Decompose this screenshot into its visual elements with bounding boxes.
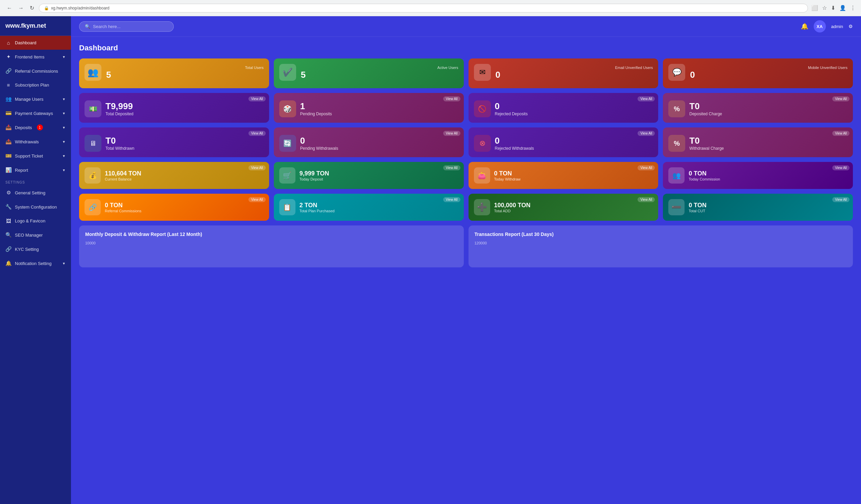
total-plan-value: 2 TON [300,202,459,209]
sidebar-item-deposits[interactable]: 📥 Deposits 1 ▼ [0,120,71,135]
active-users-value: 5 [301,70,459,80]
total-deposited-card: View All 💵 T9,999 Total Deposited [79,93,269,123]
reload-button[interactable]: ↻ [28,3,36,13]
total-users-icon: 👥 [84,64,101,81]
sidebar-item-logo-favicon[interactable]: 🖼 Logo & Favicon [0,214,71,228]
sidebar-item-general-setting[interactable]: ⚙ General Setting [0,186,71,200]
referral-icon: 🔗 [5,68,12,74]
transactions-report-title: Transactions Report (Last 30 Days) [475,232,847,237]
total-plan-view-all[interactable]: View All [443,197,461,202]
forward-button[interactable]: → [17,4,25,13]
total-users-top-label: Total Users [106,65,264,70]
today-withdraw-view-all[interactable]: View All [638,165,655,171]
total-add-card: ➕ 100,000 TON Total ADD View All [468,194,658,221]
rejected-deposits-icon: 🚫 [474,100,491,117]
rejected-deposits-label: Rejected Deposits [495,111,528,116]
settings-cog-icon[interactable]: ⚙ [848,24,853,29]
back-button[interactable]: ← [5,4,14,13]
today-commission-icon: 👥 [668,167,685,183]
menu-icon[interactable]: ⋮ [850,5,856,11]
withdrawal-charge-label: Withdrawal Charge [689,146,724,151]
deposited-charge-value: T0 [689,101,722,111]
deposited-charge-label: Deposited Charge [689,111,722,116]
sidebar-item-subscription[interactable]: ≡ Subscription Plan [0,78,71,92]
pending-withdrawals-label: Pending Withdrawals [300,146,338,151]
referral-value: 0 TON [105,202,264,209]
sidebar-item-manage-users[interactable]: 👥 Manage Users ▼ [0,92,71,106]
total-deposited-view-all[interactable]: View All [248,96,266,101]
bookmark-icon[interactable]: ☆ [822,5,827,11]
sidebar-item-referral[interactable]: 🔗 Referral Commissions [0,64,71,78]
url-text: xg.hwym.shop/admin/dashboard [51,6,110,11]
sidebar-label-support: Support Ticket [15,153,43,159]
withdrawn-icon: 🖥 [84,135,101,152]
rejected-withdrawals-view-all[interactable]: View All [638,131,655,136]
deposited-charge-view-all[interactable]: View All [832,96,849,101]
total-cut-label: Total CUT [688,209,847,213]
chevron-down-icon-4: ▼ [62,126,66,130]
sidebar-item-seo[interactable]: 🔍 SEO Manager [0,228,71,242]
today-deposit-icon: 🛒 [279,167,296,183]
download-icon[interactable]: ⬇ [831,5,835,11]
sidebar-item-dashboard[interactable]: ⌂ Dashboard [0,36,71,50]
page-title: Dashboard [79,44,853,52]
referral-view-all[interactable]: View All [248,197,266,202]
pending-deposits-label: Pending Deposits [300,111,332,116]
sidebar-item-system-config[interactable]: 🔧 System Configuration [0,200,71,214]
total-withdrawn-value: T0 [106,136,134,146]
today-commission-view-all[interactable]: View All [832,165,849,171]
bell-icon[interactable]: 🔔 [801,23,808,30]
deposited-charge-icon: % [668,100,685,117]
chevron-down-icon-5: ▼ [62,140,66,144]
cast-icon[interactable]: ⬜ [811,5,818,11]
today-commission-label: Today Commission [688,177,847,181]
browser-chrome: ← → ↻ 🔒 xg.hwym.shop/admin/dashboard ⬜ ☆… [0,0,861,16]
total-plan-label: Total Plan Purchased [300,209,459,213]
total-cut-view-all[interactable]: View All [832,197,849,202]
current-balance-view-all[interactable]: View All [248,165,266,171]
balance-row: 💰 110,604 TON Current Balance View All 🛒… [79,162,853,189]
total-withdrawn-view-all[interactable]: View All [248,131,266,136]
sidebar-label-report: Report [15,168,28,173]
search-bar[interactable]: 🔍 [79,21,174,32]
sidebar-item-report[interactable]: 📊 Report ▼ [0,163,71,177]
total-plan-card: 📋 2 TON Total Plan Purchased View All [274,194,464,221]
admin-name: admin [831,24,843,29]
pending-deposits-view-all[interactable]: View All [443,96,461,101]
browser-actions: ⬜ ☆ ⬇ 👤 ⋮ [811,5,856,11]
email-icon: ✉ [474,64,491,81]
sidebar-label-withdrawals: Withdrawals [15,139,39,144]
general-setting-icon: ⚙ [5,190,12,196]
referral-commissions-card: 🔗 0 TON Referral Commissions View All [79,194,269,221]
profile-icon[interactable]: 👤 [839,5,846,11]
sidebar-item-payment-gateways[interactable]: 💳 Payment Gateways ▼ [0,106,71,120]
payment-icon: 💳 [5,110,12,116]
pending-deposits-value: 1 [300,101,332,111]
total-add-value: 100,000 TON [494,202,653,209]
email-value: 0 [495,70,653,80]
pending-withdrawals-view-all[interactable]: View All [443,131,461,136]
active-users-card: ✔️ Active Users 5 [274,58,464,88]
rejected-withdrawals-value: 0 [495,136,534,146]
kyc-icon: 🔗 [5,246,12,252]
today-commission-card: 👥 0 TON Today Commission View All [663,162,853,189]
search-input[interactable] [93,24,168,29]
withdrawal-charge-view-all[interactable]: View All [832,131,849,136]
total-add-view-all[interactable]: View All [638,197,655,202]
sidebar-item-withdrawals[interactable]: 📤 Withdrawals ▼ [0,135,71,149]
today-deposit-view-all[interactable]: View All [443,165,461,171]
total-cut-card: ➖ 0 TON Total CUT View All [663,194,853,221]
today-deposit-card: 🛒 9,999 TON Today Deposit View All [274,162,464,189]
today-withdraw-icon: 👛 [474,167,490,183]
rejected-deposits-view-all[interactable]: View All [638,96,655,101]
address-bar[interactable]: 🔒 xg.hwym.shop/admin/dashboard [39,4,808,13]
commission-row: 🔗 0 TON Referral Commissions View All 📋 … [79,194,853,221]
sidebar-item-kyc[interactable]: 🔗 KYC Setting [0,242,71,256]
app-container: www.fkym.net ⌂ Dashboard ✦ Frontend Item… [0,16,861,504]
sidebar-item-frontend-items[interactable]: ✦ Frontend Items ▼ [0,50,71,64]
pending-withdrawals-value: 0 [300,136,338,146]
sidebar-item-notification[interactable]: 🔔 Notification Setting ▼ [0,256,71,270]
avatar[interactable]: XA [814,20,826,32]
sidebar-item-support[interactable]: 🎫 Support Ticket ▼ [0,149,71,163]
total-withdrawn-label: Total Withdrawn [106,146,134,151]
